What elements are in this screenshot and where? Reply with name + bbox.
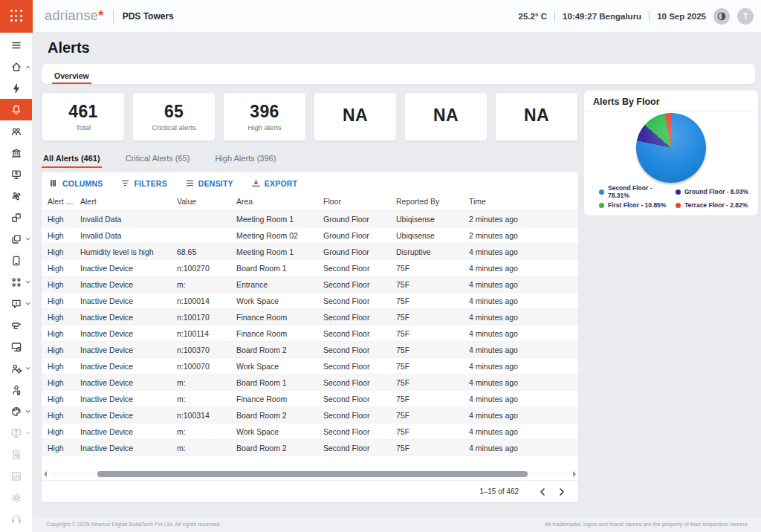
sidebar-item-boxes[interactable] xyxy=(0,207,32,228)
table-row[interactable]: HighInactive Devicen:100114Finance RoomS… xyxy=(42,325,578,342)
table-row[interactable]: HighInactive Devicen:100014Work SpaceSec… xyxy=(42,293,578,309)
table-cell: 4 minutes ago xyxy=(469,296,572,305)
table-row[interactable]: HighHumidity level is high68.65Meeting R… xyxy=(42,244,578,260)
table-row[interactable]: HighInactive Devicem:Board Room 1Second … xyxy=(42,374,578,391)
presentation-icon xyxy=(10,169,22,181)
tab-overview[interactable]: Overview xyxy=(52,66,91,84)
pagination-bar: 1–15 of 462 xyxy=(42,480,578,502)
column-header-area[interactable]: Area xyxy=(236,197,323,206)
sidebar-item-users[interactable] xyxy=(0,120,32,142)
legend-item-terrace-floor[interactable]: Terrace Floor - 2.82% xyxy=(676,201,751,209)
table-cell: 4 minutes ago xyxy=(469,280,572,289)
legend-item-ground-floor[interactable]: Ground Floor - 8.03% xyxy=(676,184,751,199)
table-row[interactable]: HighInactive Devicem:EntranceSecond Floo… xyxy=(42,276,578,293)
sidebar-item-camera[interactable] xyxy=(0,314,32,336)
table-cell: Board Room 1 xyxy=(236,264,323,273)
date-label: 10 Sep 2025 xyxy=(657,12,706,21)
sidebar-item-building[interactable] xyxy=(0,142,32,163)
sidebar-item-home[interactable] xyxy=(0,56,32,77)
columns-button[interactable]: COLUMNS xyxy=(49,178,103,188)
bolt-icon xyxy=(10,82,22,94)
contrast-icon xyxy=(716,11,727,22)
chevron-down-icon xyxy=(25,236,30,241)
sidebar-item-menu[interactable] xyxy=(0,34,32,56)
table-row[interactable]: HighInactive Devicen:100170Finance RoomS… xyxy=(42,309,578,325)
scrollbar-thumb[interactable] xyxy=(97,471,528,477)
tab-all-alerts-461[interactable]: All Alerts (461) xyxy=(42,152,102,168)
filters-button[interactable]: FILTERS xyxy=(120,178,166,188)
table-row[interactable]: HighInactive Devicen:100370Board Room 2S… xyxy=(42,342,578,358)
menu-icon xyxy=(10,39,22,51)
sidebar-item-palette[interactable] xyxy=(0,400,32,422)
tab-critical-alerts-65[interactable]: Critical Alerts (65) xyxy=(124,152,192,168)
previous-page-button[interactable] xyxy=(534,483,551,501)
stat-label: Crictical alerts xyxy=(152,123,196,132)
export-button[interactable]: EXPORT xyxy=(251,178,297,188)
sidebar-item-presentation[interactable] xyxy=(0,163,32,185)
column-header-alert[interactable]: Alert xyxy=(80,197,177,206)
column-header-reported-by[interactable]: Reported By xyxy=(396,197,469,206)
table-cell: m: xyxy=(177,395,236,403)
table-cell: High xyxy=(48,395,80,403)
main-content: Alerts Overview 461Total65Crictical aler… xyxy=(33,33,761,516)
legend-item-second-floor[interactable]: Second Floor - 78.31% xyxy=(599,184,674,199)
table-cell: 4 minutes ago xyxy=(469,247,572,256)
table-row[interactable]: HighInactive Devicen:100070Work SpaceSec… xyxy=(42,358,578,374)
table-cell: m: xyxy=(177,444,236,452)
column-header-value[interactable]: Value xyxy=(177,197,236,206)
table-row[interactable]: HighInactive Devicen:100314Board Room 2S… xyxy=(42,407,578,424)
column-header-alert-type[interactable]: Alert Type xyxy=(48,197,80,206)
columns-icon xyxy=(49,178,59,188)
table-cell: Inactive Device xyxy=(80,280,177,289)
pagination-range: 1–15 of 462 xyxy=(479,487,519,496)
stat-value: NA xyxy=(433,106,459,126)
sidebar-item-chat[interactable] xyxy=(0,293,32,314)
table-row[interactable]: HighInactive Devicem:Finance RoomSecond … xyxy=(42,391,578,407)
table-row[interactable]: HighInactive Devicem:Work SpaceSecond Fl… xyxy=(42,424,578,440)
sidebar-item-monitor-clock[interactable] xyxy=(0,336,32,357)
sidebar-item-user-gear[interactable] xyxy=(0,357,32,379)
scrollbar-track[interactable] xyxy=(51,471,569,477)
table-cell: Second Floor xyxy=(323,313,396,322)
table-row[interactable]: HighInvalid DataMeeting Room 02Ground Fl… xyxy=(42,227,578,244)
legend-dot xyxy=(676,189,681,195)
legend-dot xyxy=(676,203,681,208)
pie-chart[interactable] xyxy=(636,113,706,183)
chart-icon xyxy=(10,470,22,482)
table-cell: Board Room 1 xyxy=(236,378,323,387)
stat-card: 65Crictical alerts xyxy=(132,92,216,141)
sidebar-item-tablet[interactable] xyxy=(0,250,32,271)
building-icon xyxy=(10,147,22,159)
table-body: HighInvalid DataMeeting Room 1Ground Flo… xyxy=(42,211,578,456)
tab-high-alerts-396[interactable]: High Alerts (396) xyxy=(213,152,277,168)
table-row[interactable]: HighInvalid DataMeeting Room 1Ground Flo… xyxy=(42,211,578,227)
theme-toggle-button[interactable] xyxy=(713,8,730,25)
table-row[interactable]: HighInactive Devicen:100270Board Room 1S… xyxy=(42,260,578,276)
scroll-left-button[interactable] xyxy=(44,471,47,477)
app-launcher-button[interactable] xyxy=(0,0,33,33)
chevron-down-icon xyxy=(25,409,30,414)
table-row[interactable]: HighInactive Devicem:Board Room 2Second … xyxy=(42,440,578,456)
table-cell: 75F xyxy=(396,362,469,371)
column-header-time[interactable]: Time xyxy=(469,197,572,206)
sidebar-item-user-badge[interactable] xyxy=(0,379,32,400)
table-cell: Second Floor xyxy=(323,329,396,338)
legend-item-first-floor[interactable]: First Floor - 10.85% xyxy=(599,201,674,209)
scroll-right-button[interactable] xyxy=(573,471,576,477)
sidebar-item-bell[interactable] xyxy=(0,99,32,120)
legend-label: Second Floor - 78.31% xyxy=(608,184,674,199)
sidebar-item-fan[interactable] xyxy=(0,185,32,207)
table-cell: High xyxy=(48,411,80,420)
column-header-floor[interactable]: Floor xyxy=(323,197,396,206)
table-cell: 75F xyxy=(396,346,469,354)
table-cell: Finance Room xyxy=(236,313,323,322)
table-cell: 75F xyxy=(396,411,469,420)
sidebar-nav xyxy=(0,33,33,532)
next-page-button[interactable] xyxy=(553,483,571,501)
density-button[interactable]: DENSITY xyxy=(185,178,233,188)
sidebar-item-bolt[interactable] xyxy=(0,77,32,99)
sidebar-item-layers[interactable] xyxy=(0,228,32,250)
user-avatar[interactable]: T xyxy=(737,8,754,25)
sidebar-item-workflow[interactable] xyxy=(0,271,32,293)
document-search-icon xyxy=(10,449,22,461)
